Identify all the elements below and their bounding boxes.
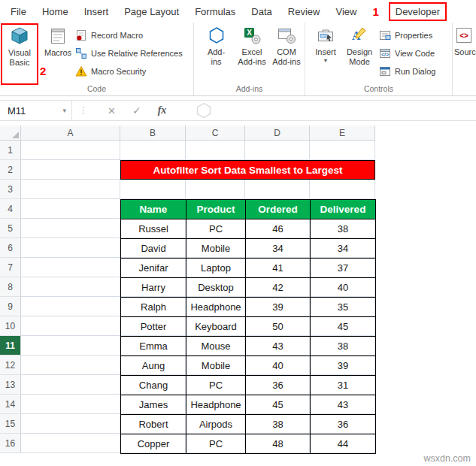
cell[interactable] [21,199,120,219]
cell[interactable] [21,219,120,238]
table-cell[interactable]: Airpods [186,415,246,434]
row-header[interactable]: 14 [0,395,21,414]
row-header[interactable]: 10 [0,316,21,336]
row-header[interactable]: 13 [0,375,21,395]
table-cell[interactable]: Potter [121,317,186,337]
cell[interactable] [21,277,120,297]
formula-input[interactable] [177,101,476,120]
cell[interactable] [186,180,245,199]
column-header-a[interactable]: A [21,126,120,141]
table-cell[interactable]: Desktop [186,278,246,298]
row-header[interactable]: 12 [0,356,21,375]
table-cell[interactable]: 40 [311,278,376,298]
cell[interactable] [245,141,310,160]
table-cell[interactable]: 35 [311,298,376,317]
table-cell[interactable]: Chang [121,376,186,395]
row-header[interactable]: 16 [0,434,21,453]
tab-formulas[interactable]: Formulas [195,6,235,17]
macro-security-button[interactable]: Macro Security [75,64,183,79]
table-cell[interactable]: 38 [311,337,376,356]
table-cell[interactable]: Mobile [186,239,246,259]
table-cell[interactable]: 46 [246,219,311,239]
table-cell[interactable]: Headphone [186,298,246,317]
table-cell[interactable]: 45 [246,395,311,415]
properties-button[interactable]: Properties [379,28,435,43]
name-box-dropdown-icon[interactable]: ▾ [62,107,66,114]
record-macro-button[interactable]: Record Macro [75,28,183,43]
column-header-c[interactable]: C [186,126,245,141]
cancel-icon[interactable]: ✕ [108,105,116,116]
tab-review[interactable]: Review [288,6,320,17]
name-box[interactable]: M11 ▾ [0,101,72,120]
table-cell[interactable]: PC [186,434,246,454]
table-cell[interactable]: 37 [311,259,376,278]
table-cell[interactable]: 38 [246,415,311,434]
table-cell[interactable]: James [121,395,186,415]
cell[interactable] [21,180,120,199]
column-header-b[interactable]: B [120,126,186,141]
row-header[interactable]: 6 [0,238,21,258]
table-cell[interactable]: Mouse [186,337,246,356]
table-cell[interactable]: 39 [246,298,311,317]
table-cell[interactable]: Mobile [186,356,246,376]
table-header-cell[interactable]: Name [121,200,186,219]
table-cell[interactable]: 34 [246,239,311,259]
tab-view[interactable]: View [335,6,356,17]
excel-addins-button[interactable]: X Excel Add-ins [235,26,268,67]
row-header[interactable]: 15 [0,414,21,434]
table-header-cell[interactable]: Product [186,200,246,219]
table-cell[interactable]: 40 [246,356,311,376]
table-cell[interactable]: Aung [121,356,186,376]
tab-insert[interactable]: Insert [84,6,109,17]
table-cell[interactable]: 50 [246,317,311,337]
select-all-corner[interactable] [0,126,21,141]
table-cell[interactable]: 36 [311,415,376,434]
cell[interactable] [21,375,120,395]
source-button[interactable]: <> Source [454,26,476,57]
cell[interactable] [21,395,120,414]
insert-function-icon[interactable]: fx [158,104,167,116]
table-cell[interactable]: 36 [246,376,311,395]
table-cell[interactable]: Robert [121,415,186,434]
row-header[interactable]: 8 [0,277,21,297]
table-cell[interactable]: 31 [311,376,376,395]
cell[interactable] [310,180,375,199]
tab-file[interactable]: File [11,6,26,17]
cell[interactable] [310,141,375,160]
table-cell[interactable]: Emma [121,337,186,356]
table-cell[interactable]: Ralph [121,298,186,317]
tab-developer[interactable]: Developer [389,2,447,21]
cell[interactable] [21,414,120,434]
table-cell[interactable]: 39 [311,356,376,376]
insert-controls-button[interactable]: Insert ▾ [311,26,340,64]
cell[interactable] [21,258,120,277]
table-cell[interactable]: PC [186,376,246,395]
row-header[interactable]: 7 [0,258,21,277]
cell[interactable] [21,297,120,316]
table-cell[interactable]: Laptop [186,259,246,278]
row-header[interactable]: 1 [0,141,21,160]
cell[interactable] [21,336,120,356]
table-cell[interactable]: 44 [311,434,376,454]
use-relative-references-button[interactable]: Use Relative References [75,46,183,61]
table-cell[interactable]: 43 [311,395,376,415]
tab-home[interactable]: Home [42,6,68,17]
cell[interactable] [245,180,310,199]
view-code-button[interactable]: </> View Code [379,46,435,61]
cell[interactable] [186,141,245,160]
table-cell[interactable]: Russel [121,219,186,239]
com-addins-button[interactable]: COM Add-ins [270,26,303,67]
table-cell[interactable]: 41 [246,259,311,278]
table-cell[interactable]: 38 [311,219,376,239]
row-header[interactable]: 4 [0,199,21,219]
cell[interactable] [21,316,120,336]
macros-button[interactable]: Macros [43,26,73,58]
table-header-cell[interactable]: Ordered [246,200,311,219]
title-banner[interactable]: Autofilter Sort Data Smallest to Largest [120,160,375,180]
run-dialog-button[interactable]: Run Dialog [379,64,435,79]
row-header[interactable]: 9 [0,297,21,316]
row-header[interactable]: 3 [0,180,21,199]
table-cell[interactable]: PC [186,219,246,239]
table-cell[interactable]: Keyboard [186,317,246,337]
table-cell[interactable]: Harry [121,278,186,298]
